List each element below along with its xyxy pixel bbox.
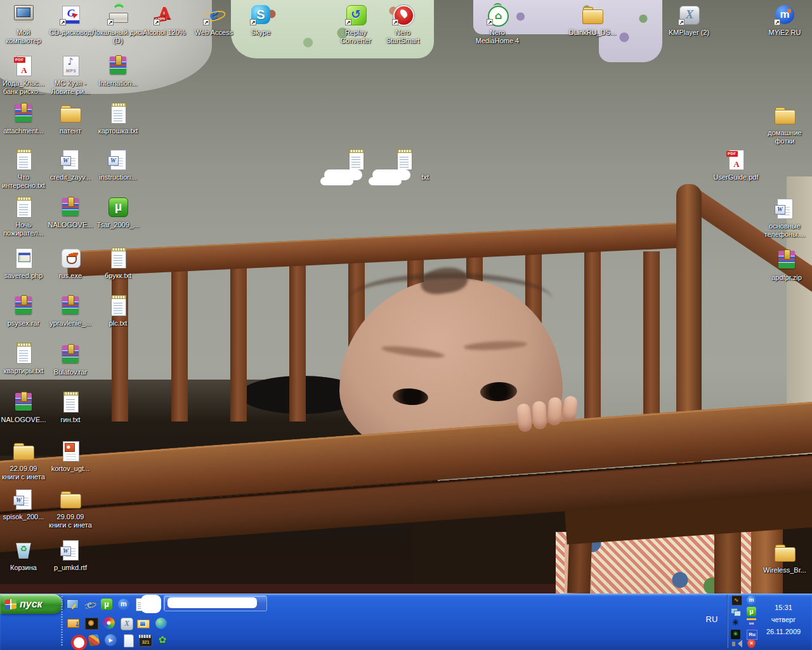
desktop-icon-tsar-2009-torrent[interactable]: Tsar_2009_... <box>94 196 142 218</box>
tray-spider-icon[interactable] <box>730 618 741 628</box>
desktop-icon-kmplayer-2[interactable]: KMPlayer (2) <box>665 3 713 26</box>
desktop-icon-plc-txt[interactable]: plc.txt <box>94 294 142 317</box>
desktop-icon-ypravlenie-rar[interactable]: ypravlenie_... <box>46 294 95 317</box>
desktop-icon-international-rar[interactable]: Internation... <box>94 54 142 77</box>
quicklaunch-doc-icon[interactable] <box>121 633 135 647</box>
tray-network-icon[interactable] <box>730 606 741 617</box>
desktop-icon-my-computer[interactable]: Мой компьютер <box>0 3 48 26</box>
desktop-icon-mc-kuzya-mp3[interactable]: МС Кузя - Ловите ри... <box>46 54 95 77</box>
icon-label: plc.txt <box>88 319 148 328</box>
desktop-icon-kvartiry-txt[interactable]: квартиры.txt <box>0 342 48 364</box>
java-icon <box>59 246 82 269</box>
desktop-icon-skype[interactable]: Skype <box>237 3 285 26</box>
tray-clock[interactable]: 15:31 четверг 26.11.2009 <box>756 602 811 638</box>
quicklaunch-codec-icon[interactable] <box>102 616 116 630</box>
desktop-icon-gin-txt[interactable]: гин.txt <box>46 390 95 413</box>
tray-punto-dict-icon[interactable] <box>746 618 757 628</box>
desktop-icon-savered-php[interactable]: savered.php <box>0 246 48 269</box>
rar-icon <box>12 294 35 317</box>
desktop-icon-apdfpr-zip[interactable]: apdfpr.zip <box>763 248 811 271</box>
quicklaunch-maxthon-icon[interactable] <box>117 597 131 611</box>
rar-icon <box>775 248 798 271</box>
desktop-icon-wireless-br-folder[interactable]: Wireless_Br... <box>761 541 809 564</box>
quicklaunch-calendar-icon[interactable] <box>138 633 152 647</box>
quicklaunch-kmplayer-icon[interactable] <box>119 616 133 630</box>
quicklaunch-opera-icon[interactable] <box>70 633 84 647</box>
txt-icon <box>107 294 129 317</box>
desktop-icon-noch-pozhiratel-txt[interactable]: Ночь пожирател... <box>0 196 48 218</box>
desktop-icon-chto-interesno-txt[interactable]: Что интересно.txt <box>0 148 48 171</box>
desktop-icon-recycle-bin[interactable]: Корзина <box>0 538 48 561</box>
desktop-icon-censored-txt-1[interactable]: .txt <box>332 148 380 171</box>
desktop-icon-nalogove-rar-2[interactable]: NALOGOVE... <box>0 390 48 413</box>
desktop-icon-osnovnye-telefony-doc[interactable]: основные телефоны.... <box>761 197 809 220</box>
desktop-icon-web-access[interactable]: Web Access <box>190 3 238 26</box>
quicklaunch-paint-icon[interactable] <box>87 633 101 647</box>
desktop-icon-userguide-pdf[interactable]: UserGuide.pdf <box>712 148 760 171</box>
desktop-icon-spisok-200-doc[interactable]: spisok_200... <box>0 488 48 510</box>
shortcut-arrow-icon <box>345 19 351 25</box>
desktop-icon-kartoshka-txt[interactable]: картошка.txt <box>94 102 142 124</box>
desktop-icon-myie2-ru[interactable]: MYiE2 RU <box>761 3 809 26</box>
word-icon <box>12 488 35 510</box>
quicklaunch-mail-icon[interactable] <box>67 616 81 630</box>
word-icon <box>773 197 796 220</box>
replay-icon <box>344 3 367 26</box>
icon-label: p_umkd.rtf <box>41 564 100 572</box>
desktop-icon-domashnie-fotki[interactable]: домашние фотки <box>761 103 809 126</box>
quicklaunch-dvd-icon[interactable] <box>84 616 98 630</box>
clock-time: 15:31 <box>756 602 811 614</box>
desktop-icon-patent-folder[interactable]: патент <box>46 102 95 124</box>
desktop-icon-instruction-doc[interactable]: instruction... <box>94 148 142 171</box>
desktop-icon-local-disk-d[interactable]: Локальный диск (D) <box>94 3 142 26</box>
desktop-icon-nalogove-rar-1[interactable]: NALOGOVE... <box>46 196 95 218</box>
desktop-icon-bulatov-rar[interactable]: Bulatov.rar <box>46 343 95 366</box>
quicklaunch-show-desktop-icon[interactable] <box>65 597 79 611</box>
desktop-icon-p-umkd-rtf[interactable]: p_umkd.rtf <box>46 538 95 561</box>
tray-volume-icon[interactable] <box>730 639 741 649</box>
icon-label: KMPlayer (2) <box>659 29 719 37</box>
language-indicator[interactable]: RU <box>699 613 724 627</box>
desktop-icon-folder-220909[interactable]: 22.09.09 книги с инета <box>0 439 48 462</box>
clock-day: четверг <box>756 614 811 626</box>
desktop-icon-ioda-klas-pdf[interactable]: Иода_Клас... банк риско... <box>0 54 48 77</box>
rar-icon <box>59 196 82 218</box>
quicklaunch-utorrent-icon[interactable] <box>100 597 114 611</box>
desktop-icon-attachment-rar[interactable]: attachment... <box>0 102 48 124</box>
tray-utorrent-icon[interactable] <box>746 606 757 617</box>
desktop-icon-replay-converter[interactable]: Replay Converter <box>332 3 380 26</box>
txt-icon <box>12 342 35 364</box>
tray-appdark-icon[interactable] <box>731 595 742 606</box>
quicklaunch-globe-icon[interactable] <box>154 616 168 630</box>
icon-label: Internation... <box>88 79 148 88</box>
desktop-icon-brukk-txt[interactable]: брукк.txt <box>94 246 142 269</box>
txt-icon <box>59 390 82 413</box>
desktop-icon-rus-exe[interactable]: rus.exe <box>46 246 95 269</box>
desktop-icon-censored-txt-2[interactable]: txt <box>380 148 428 171</box>
rar-icon <box>12 102 35 124</box>
desktop-icon-kortov-ugt-ppt[interactable]: kortov_ugt... <box>46 439 95 462</box>
desktop-icon-nero-mediahome-4[interactable]: Nero MediaHome 4 <box>473 3 521 26</box>
folder-icon <box>773 541 796 564</box>
quicklaunch-icq-icon[interactable] <box>155 633 169 647</box>
quicklaunch-photo-icon[interactable] <box>136 616 150 630</box>
txt-icon <box>12 196 35 218</box>
gdisk-icon <box>59 3 82 26</box>
desktop-icon-alcohol-120[interactable]: Alcohol 120% <box>140 3 188 26</box>
quicklaunch-ie-icon[interactable] <box>82 597 96 611</box>
tray-shield-icon[interactable] <box>746 639 757 649</box>
start-button[interactable]: пуск <box>0 594 63 614</box>
tray-maxthon-icon[interactable] <box>746 595 757 606</box>
rar-icon <box>59 294 82 317</box>
desktop-icon-dlinkru-ds[interactable]: DLinkRU_DS... <box>568 3 617 26</box>
tray-divider <box>727 595 728 648</box>
quicklaunch-player-icon[interactable] <box>104 633 118 647</box>
desktop-icon-credit-zayv-doc[interactable]: credit_zayv... <box>46 148 95 171</box>
quicklaunch-drag-handle[interactable] <box>61 596 63 647</box>
desktop-icon-cd-drive[interactable]: CD-дисковод <box>46 3 95 26</box>
desktop-icon-psysex-rar[interactable]: psysex.rar <box>0 294 48 317</box>
desktop-icon-nero-startsmart[interactable]: Nero StartSmart <box>379 3 427 26</box>
shortcut-arrow-icon <box>154 19 160 25</box>
desktop-icon-folder-290909[interactable]: 29.09.09 книги с инета <box>46 488 95 510</box>
start-button-label: пуск <box>20 599 43 609</box>
